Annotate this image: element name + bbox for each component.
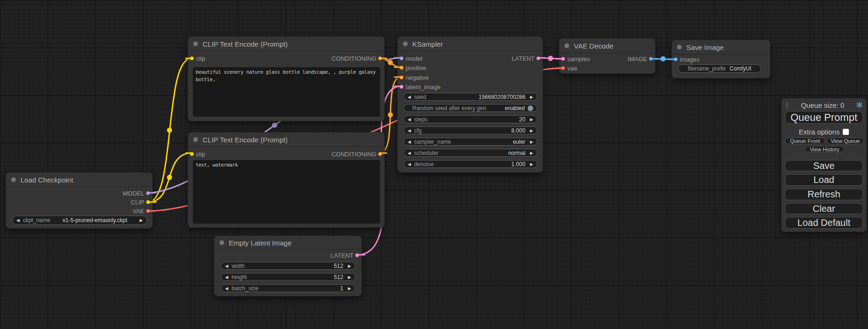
- node-save-image[interactable]: Save Image images filename_prefix ComfyU…: [671, 40, 770, 78]
- filename-prefix-widget[interactable]: filename_prefix ComfyUI: [678, 64, 761, 73]
- node-title-bar[interactable]: Save Image: [672, 40, 770, 55]
- vae-output-dot[interactable]: [146, 209, 150, 213]
- stepper-right-arrow-icon[interactable]: ▶: [530, 162, 533, 167]
- clip-input-dot[interactable]: [190, 152, 194, 156]
- slot-row-images: images: [672, 55, 770, 64]
- stepper-left-arrow-icon[interactable]: ◀: [225, 264, 228, 268]
- latent-output-dot[interactable]: [355, 253, 360, 258]
- steps-number-widget[interactable]: ◀ steps 20 ▶: [403, 115, 537, 123]
- image-output-dot[interactable]: [649, 56, 653, 61]
- wire-clip-to-positive-prompt: [148, 58, 191, 202]
- node-title-bar[interactable]: KSampler: [398, 37, 543, 51]
- widget-value: 8.000: [511, 127, 525, 134]
- negative-prompt-textarea[interactable]: text, watermark: [193, 160, 380, 224]
- node-empty-latent-image[interactable]: Empty Latent Image LATENT ◀ width 512 ▶ …: [214, 236, 362, 296]
- collapse-dot-icon[interactable]: [219, 240, 224, 245]
- slot-label-clip: clip: [196, 151, 205, 158]
- node-title-bar[interactable]: CLIP Text Encode (Prompt): [188, 133, 384, 147]
- widget-label: steps: [414, 116, 428, 123]
- clip-output-dot[interactable]: [146, 200, 150, 204]
- clear-button[interactable]: Clear: [785, 203, 863, 214]
- stepper-right-arrow-icon[interactable]: ▶: [348, 286, 351, 291]
- node-title: CLIP Text Encode (Prompt): [203, 136, 288, 144]
- vae-input-dot[interactable]: [561, 66, 565, 70]
- conditioning-output-dot[interactable]: [378, 56, 382, 61]
- stepper-right-arrow-icon[interactable]: ▶: [348, 275, 351, 280]
- width-number-widget[interactable]: ◀ width 512 ▶: [221, 262, 355, 270]
- queue-prompt-button[interactable]: Queue Prompt: [785, 111, 863, 124]
- collapse-dot-icon[interactable]: [565, 43, 569, 48]
- node-clip-text-encode-positive[interactable]: CLIP Text Encode (Prompt) clip CONDITION…: [188, 36, 385, 121]
- positive-input-dot[interactable]: [399, 65, 404, 70]
- combo-left-arrow-icon[interactable]: ◀: [408, 140, 411, 144]
- refresh-button[interactable]: Refresh: [785, 189, 863, 200]
- combo-right-arrow-icon[interactable]: ▶: [530, 151, 533, 155]
- link-middot: [548, 56, 553, 61]
- latent-image-input-dot[interactable]: [399, 84, 404, 89]
- stepper-right-arrow-icon[interactable]: ▶: [530, 117, 533, 122]
- widget-label: filename_prefix: [688, 65, 726, 72]
- stepper-left-arrow-icon[interactable]: ◀: [225, 286, 228, 291]
- ckpt-name-combo[interactable]: ◀ ckpt_name v1-5-pruned-emaonly.ckpt ▶: [12, 216, 147, 225]
- slot-label-positive: positive: [406, 64, 426, 71]
- conditioning-output-dot[interactable]: [378, 152, 382, 156]
- view-queue-button[interactable]: View Queue: [827, 138, 864, 144]
- combo-right-arrow-icon[interactable]: ▶: [530, 140, 533, 144]
- node-title-bar[interactable]: Load Checkpoint: [6, 173, 152, 187]
- queue-front-button[interactable]: Queue Front: [785, 138, 825, 144]
- collapse-dot-icon[interactable]: [193, 42, 198, 46]
- stepper-right-arrow-icon[interactable]: ▶: [530, 128, 533, 133]
- node-title-bar[interactable]: VAE Decode: [559, 39, 655, 53]
- view-history-button[interactable]: View History: [805, 146, 844, 152]
- stepper-left-arrow-icon[interactable]: ◀: [408, 162, 411, 167]
- node-graph-canvas[interactable]: Load Checkpoint MODEL CLIP VAE ◀ ckpt_na…: [0, 0, 868, 329]
- stepper-left-arrow-icon[interactable]: ◀: [408, 95, 411, 99]
- link-middot: [388, 112, 393, 118]
- sampler-name-combo[interactable]: ◀ sampler_name euler ▶: [403, 138, 537, 146]
- node-title-bar[interactable]: CLIP Text Encode (Prompt): [188, 37, 384, 51]
- scheduler-combo[interactable]: ◀ scheduler normal ▶: [403, 149, 537, 157]
- widget-label: sampler_name: [414, 139, 451, 145]
- extra-options-checkbox[interactable]: [843, 129, 849, 135]
- widget-label: Random seed after every gen: [412, 105, 486, 112]
- node-title-bar[interactable]: Empty Latent Image: [214, 236, 361, 250]
- negative-input-dot[interactable]: [399, 75, 404, 80]
- node-vae-decode[interactable]: VAE Decode samples IMAGE vae: [559, 38, 656, 74]
- settings-gear-icon[interactable]: ✻: [856, 100, 863, 110]
- seed-number-widget[interactable]: ◀ seed 156680208700286 ▶: [403, 93, 537, 101]
- toggle-knob-icon[interactable]: [528, 105, 533, 111]
- batch-size-number-widget[interactable]: ◀ batch_size 1 ▶: [221, 284, 355, 292]
- widget-value: normal: [508, 150, 525, 156]
- combo-left-arrow-icon[interactable]: ◀: [408, 151, 411, 155]
- denoise-number-widget[interactable]: ◀ denoise 1.000 ▶: [403, 160, 537, 168]
- images-input-dot[interactable]: [673, 57, 678, 62]
- combo-right-arrow-icon[interactable]: ▶: [140, 218, 143, 223]
- node-load-checkpoint[interactable]: Load Checkpoint MODEL CLIP VAE ◀ ckpt_na…: [6, 172, 153, 229]
- height-number-widget[interactable]: ◀ height 512 ▶: [221, 273, 355, 281]
- stepper-left-arrow-icon[interactable]: ◀: [408, 128, 411, 133]
- collapse-dot-icon[interactable]: [11, 177, 16, 182]
- collapse-dot-icon[interactable]: [403, 42, 408, 46]
- stepper-right-arrow-icon[interactable]: ▶: [530, 95, 533, 99]
- load-default-button[interactable]: Load Default: [785, 217, 863, 229]
- collapse-dot-icon[interactable]: [193, 137, 198, 142]
- cfg-number-widget[interactable]: ◀ cfg 8.000 ▶: [403, 126, 537, 134]
- samples-input-dot[interactable]: [561, 56, 565, 61]
- collapse-dot-icon[interactable]: [677, 45, 682, 49]
- model-output-dot[interactable]: [146, 191, 150, 196]
- stepper-left-arrow-icon[interactable]: ◀: [408, 117, 411, 122]
- save-button[interactable]: Save: [785, 160, 863, 171]
- random-seed-toggle-widget[interactable]: Random seed after every gen enabled: [403, 104, 537, 112]
- model-input-dot[interactable]: [399, 56, 404, 61]
- node-clip-text-encode-negative[interactable]: CLIP Text Encode (Prompt) clip CONDITION…: [188, 132, 385, 228]
- node-ksampler[interactable]: KSampler model LATENT positive negative …: [397, 36, 543, 173]
- stepper-left-arrow-icon[interactable]: ◀: [225, 275, 228, 280]
- positive-prompt-textarea[interactable]: beautiful scenery nature glass bottle la…: [193, 67, 380, 117]
- combo-left-arrow-icon[interactable]: ◀: [16, 218, 20, 223]
- latent-output-dot[interactable]: [536, 56, 541, 61]
- stepper-right-arrow-icon[interactable]: ▶: [348, 264, 351, 268]
- drag-handle-icon[interactable]: ⣿: [785, 102, 789, 108]
- clip-input-dot[interactable]: [190, 56, 194, 61]
- load-button[interactable]: Load: [785, 174, 863, 186]
- node-title: CLIP Text Encode (Prompt): [203, 40, 288, 48]
